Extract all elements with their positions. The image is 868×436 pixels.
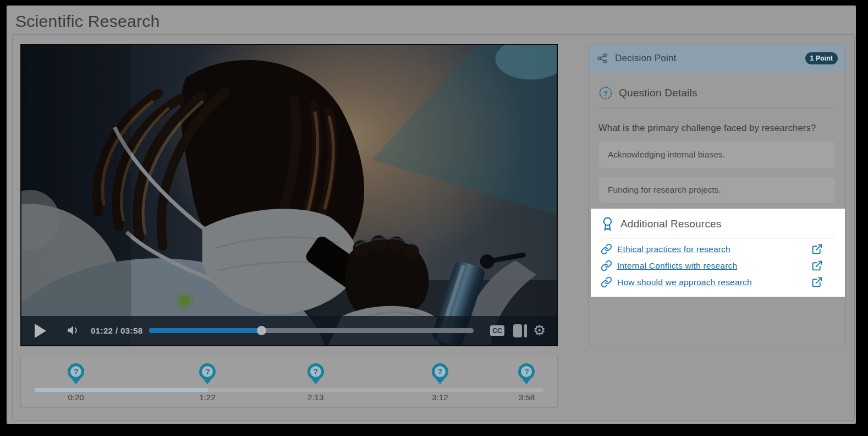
resources-title: Additional Resources bbox=[620, 218, 722, 230]
timeline-marker[interactable]: ? 2:13 bbox=[307, 363, 324, 402]
panel-body: ? Question Details What is the primary c… bbox=[589, 86, 845, 297]
time-display: 01:22 / 03:58 bbox=[91, 326, 142, 335]
video-frame-image bbox=[21, 45, 557, 345]
page-title: Scientific Research bbox=[15, 12, 160, 31]
question-timeline: ? 0:20 ? 1:22 ? 2:13 ? 3:12 bbox=[20, 356, 558, 408]
resource-link[interactable]: Internal Conflicts with research bbox=[617, 261, 737, 271]
divider bbox=[601, 238, 835, 238]
video-controls-bar: 01:22 / 03:58 CC ⚙ bbox=[21, 316, 557, 345]
link-chain-icon bbox=[601, 260, 612, 271]
link-chain-icon bbox=[601, 276, 612, 288]
question-pin-icon: ? bbox=[307, 363, 324, 385]
marker-timestamp: 1:22 bbox=[200, 393, 216, 402]
question-details-title: Question Details bbox=[619, 87, 697, 99]
points-badge: 1 Point bbox=[805, 52, 838, 64]
question-pin-icon: ? bbox=[68, 363, 84, 385]
resource-row: How should we approach research bbox=[601, 276, 835, 288]
lesson-page: Scientific Research bbox=[7, 6, 856, 424]
link-chain-icon bbox=[601, 243, 612, 255]
resource-link[interactable]: Ethical practices for research bbox=[617, 244, 730, 254]
play-button[interactable] bbox=[35, 324, 47, 338]
question-pin-icon: ? bbox=[199, 363, 216, 385]
resource-link[interactable]: How should we approach research bbox=[617, 277, 752, 287]
resources-header: Additional Resources bbox=[601, 216, 835, 231]
answer-option[interactable]: Funding for research projects. bbox=[598, 176, 836, 204]
closed-captions-button[interactable]: CC bbox=[490, 325, 504, 336]
question-text: What is the primary challenge faced by r… bbox=[598, 123, 836, 133]
panel-header: Decision Point 1 Point bbox=[589, 45, 845, 72]
marker-timestamp: 2:13 bbox=[307, 393, 323, 402]
share-nodes-icon bbox=[596, 52, 608, 64]
panel-title: Decision Point bbox=[615, 53, 676, 64]
timeline-marker[interactable]: ? 1:22 bbox=[199, 363, 216, 402]
content-container: 01:22 / 03:58 CC ⚙ ? bbox=[12, 34, 855, 421]
divider bbox=[598, 107, 836, 108]
question-seal-icon: ? bbox=[598, 86, 613, 100]
additional-resources-section: Additional Resources Ethical practices f… bbox=[591, 209, 845, 297]
resource-row: Ethical practices for research bbox=[601, 243, 835, 255]
timeline-marker[interactable]: ? 0:20 bbox=[68, 363, 84, 402]
timeline-marker[interactable]: ? 3:58 bbox=[518, 363, 535, 402]
timeline-markers-layer: ? 0:20 ? 1:22 ? 2:13 ? 3:12 bbox=[34, 363, 544, 402]
screen: Scientific Research bbox=[0, 0, 868, 436]
svg-text:?: ? bbox=[603, 89, 608, 97]
video-progress-fill bbox=[149, 328, 261, 333]
video-progress-bar[interactable] bbox=[149, 328, 474, 333]
gear-icon[interactable]: ⚙ bbox=[533, 322, 546, 339]
question-details-header: ? Question Details bbox=[598, 86, 836, 100]
external-link-icon[interactable] bbox=[811, 276, 823, 288]
external-link-icon[interactable] bbox=[811, 260, 823, 271]
question-pin-icon: ? bbox=[432, 363, 448, 385]
marker-timestamp: 3:12 bbox=[432, 393, 448, 402]
award-ribbon-icon bbox=[601, 216, 614, 231]
decision-point-panel: Decision Point 1 Point ? Question Detail… bbox=[588, 45, 846, 346]
volume-icon[interactable] bbox=[65, 323, 81, 340]
resource-row: Internal Conflicts with research bbox=[601, 260, 835, 271]
answer-option[interactable]: Acknowledging internal biases. bbox=[598, 141, 836, 168]
video-player[interactable]: 01:22 / 03:58 CC ⚙ bbox=[20, 44, 558, 346]
video-progress-handle[interactable] bbox=[257, 326, 266, 335]
marker-timestamp: 3:58 bbox=[519, 393, 535, 402]
pages-icon[interactable] bbox=[513, 324, 528, 337]
external-link-icon[interactable] bbox=[811, 243, 823, 255]
timeline-marker[interactable]: ? 3:12 bbox=[432, 363, 448, 402]
marker-timestamp: 0:20 bbox=[68, 393, 84, 402]
question-pin-icon: ? bbox=[518, 363, 535, 385]
